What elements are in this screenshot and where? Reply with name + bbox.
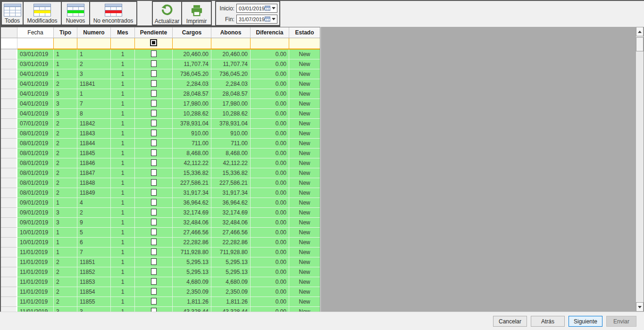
column-header-tipo[interactable]: Tipo [54,27,77,38]
filter-estado-input[interactable] [289,38,320,50]
table-row[interactable]: 08/01/2019 2 11845 1 8,468.00 8,468.00 0… [1,148,320,158]
row-header-cell[interactable] [1,198,17,208]
table-row[interactable]: 04/01/2019 3 7 1 17,980.00 17,980.00 0.0… [1,99,320,109]
pendiente-checkbox[interactable] [151,70,157,77]
row-header-cell[interactable] [1,238,17,248]
table-row[interactable]: 08/01/2019 2 11849 1 31,917.34 31,917.34… [1,188,320,198]
pendiente-checkbox[interactable] [151,239,157,245]
filter-pendiente-checkbox[interactable] [150,39,157,46]
table-row[interactable]: 04/01/2019 2 11841 1 2,284.03 2,284.03 0… [1,79,320,89]
row-header-cell[interactable] [1,148,17,158]
pendiente-checkbox[interactable] [151,60,157,67]
table-row[interactable]: 11/01/2019 2 11851 1 5,295.13 5,295.13 0… [1,257,320,267]
filter-mes-input[interactable] [111,38,135,50]
cancelar-button[interactable]: Cancelar [493,316,527,327]
table-row[interactable]: 11/01/2019 2 11852 1 5,295.13 5,295.13 0… [1,267,320,277]
row-header-cell[interactable] [1,69,17,79]
row-header-cell[interactable] [1,297,17,307]
table-row[interactable]: 04/01/2019 1 3 1 736,045.20 736,045.20 0… [1,69,320,79]
pendiente-checkbox[interactable] [151,110,157,116]
table-row[interactable]: 03/01/2019 1 1 1 20,460.00 20,460.00 0.0… [1,50,320,59]
table-row[interactable]: 09/01/2019 3 2 1 32,174.69 32,174.69 0.0… [1,208,320,218]
row-header-cell[interactable] [1,79,17,89]
table-row[interactable]: 08/01/2019 2 11847 1 15,336.82 15,336.82… [1,168,320,178]
row-header-cell[interactable] [1,307,17,312]
column-header-diferencia[interactable]: Diferencia [251,27,289,38]
filter-numero-input[interactable] [77,38,111,50]
pendiente-checkbox[interactable] [151,179,157,186]
row-header-cell[interactable] [1,59,17,69]
calendar-icon[interactable] [265,16,270,22]
row-header-cell[interactable] [1,287,17,297]
column-header-numero[interactable]: Numero [77,27,111,38]
fin-date-input[interactable]: 31/07/2019 [236,15,277,24]
column-header-fecha[interactable]: Fecha [17,27,54,38]
row-header-cell[interactable] [1,89,17,99]
row-header-cell[interactable] [1,99,17,109]
pendiente-checkbox[interactable] [151,248,157,255]
pendiente-checkbox[interactable] [151,229,157,235]
table-row[interactable]: 08/01/2019 2 11848 1 227,586.21 227,586.… [1,178,320,188]
row-header-cell[interactable] [1,50,17,59]
pendiente-checkbox[interactable] [151,189,157,196]
pendiente-checkbox[interactable] [151,268,157,275]
actualizar-button[interactable]: Actualizar [152,1,182,25]
scroll-up-button[interactable] [636,27,644,36]
table-row[interactable]: 11/01/2019 2 11855 1 1,811.26 1,811.26 0… [1,297,320,307]
filter-tipo-input[interactable] [54,38,77,50]
pendiente-checkbox[interactable] [151,199,157,206]
row-header-cell[interactable] [1,218,17,228]
row-header-cell[interactable] [1,168,17,178]
scroll-down-button[interactable] [636,302,644,312]
calendar-icon[interactable] [265,6,270,11]
pendiente-checkbox[interactable] [151,149,157,156]
table-row[interactable]: 08/01/2019 2 11846 1 42,112.22 42,112.22… [1,158,320,168]
nuevos-button[interactable]: Nuevos [61,1,90,25]
row-header-cell[interactable] [1,139,17,148]
table-row[interactable]: 08/01/2019 2 11844 1 711.00 711.00 0.00 … [1,139,320,148]
table-row[interactable]: 11/01/2019 1 7 1 711,928.80 711,928.80 0… [1,248,320,257]
dropdown-arrow-icon[interactable] [272,18,276,20]
table-row[interactable]: 04/01/2019 3 8 1 10,288.62 10,288.62 0.0… [1,109,320,119]
column-header-mes[interactable]: Mes [111,27,135,38]
enviar-button[interactable]: Enviar [606,316,636,327]
row-header-cell[interactable] [1,257,17,267]
pendiente-checkbox[interactable] [151,50,157,57]
table-row[interactable]: 11/01/2019 2 11854 1 2,350.09 2,350.09 0… [1,287,320,297]
row-header-cell[interactable] [1,267,17,277]
atras-button[interactable]: Atrás [531,316,565,327]
pendiente-checkbox[interactable] [151,258,157,265]
table-row[interactable]: 04/01/2019 3 1 1 28,048.57 28,048.57 0.0… [1,89,320,99]
pendiente-checkbox[interactable] [151,140,157,146]
row-header-cell[interactable] [1,228,17,238]
table-row[interactable]: 10/01/2019 1 5 1 27,466.56 27,466.56 0.0… [1,228,320,238]
table-row[interactable]: 11/01/2019 2 11853 1 4,680.09 4,680.09 0… [1,277,320,287]
siguiente-button[interactable]: Siguiente [569,316,602,327]
row-header-cell[interactable] [1,119,17,129]
modificados-button[interactable]: Modificados [23,1,62,25]
scrollbar-thumb[interactable] [636,37,644,51]
pendiente-checkbox[interactable] [151,159,157,166]
table-row[interactable]: 09/01/2019 1 4 1 36,964.62 36,964.62 0.0… [1,198,320,208]
table-row[interactable]: 08/01/2019 2 11843 1 910.00 910.00 0.00 … [1,129,320,139]
imprimir-button[interactable]: Imprimir [181,1,212,25]
table-row[interactable]: 03/01/2019 1 2 1 11,707.74 11,707.74 0.0… [1,59,320,69]
row-header-cell[interactable] [1,109,17,119]
row-header-cell[interactable] [1,248,17,257]
table-row[interactable]: 10/01/2019 1 6 1 22,282.86 22,282.86 0.0… [1,238,320,248]
filter-cargos-input[interactable] [173,38,211,50]
filter-abonos-input[interactable] [211,38,251,50]
pendiente-checkbox[interactable] [151,169,157,176]
dropdown-arrow-icon[interactable] [272,7,276,9]
todos-button[interactable]: Todos [1,1,24,25]
pendiente-checkbox[interactable] [151,100,157,107]
pendiente-checkbox[interactable] [151,298,157,305]
filter-diferencia-input[interactable] [251,38,289,50]
row-header-cell[interactable] [1,277,17,287]
pendiente-checkbox[interactable] [151,209,157,215]
row-header-cell[interactable] [1,188,17,198]
row-header-cell[interactable] [1,129,17,139]
pendiente-checkbox[interactable] [151,120,157,126]
table-row[interactable]: 07/01/2019 2 11842 1 378,931.04 378,931.… [1,119,320,129]
column-header-pendiente[interactable]: Pendiente [135,27,173,38]
